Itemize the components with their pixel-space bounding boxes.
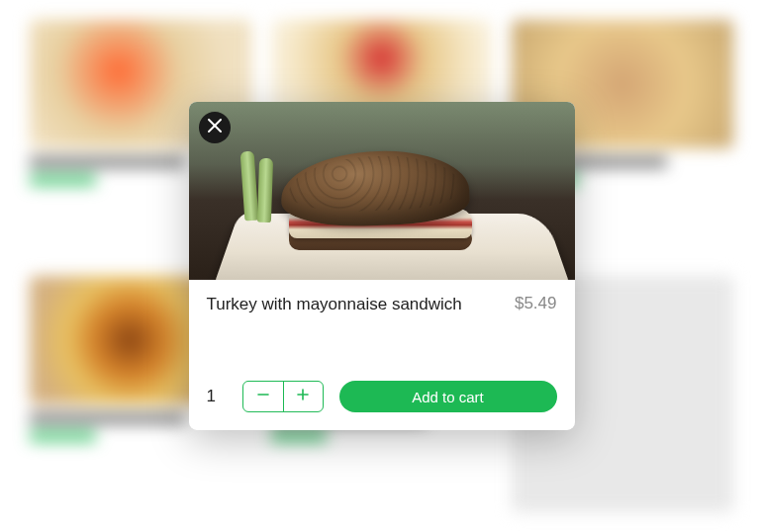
decrement-button[interactable]: [243, 382, 283, 411]
quantity-value: 1: [207, 387, 227, 406]
product-detail-modal: Turkey with mayonnaise sandwich $5.49 1: [189, 102, 575, 430]
product-title: Turkey with mayonnaise sandwich: [207, 294, 462, 315]
plus-icon: [296, 388, 310, 405]
add-to-cart-button[interactable]: Add to cart: [339, 381, 557, 412]
close-button[interactable]: [199, 112, 231, 143]
close-icon: [207, 118, 223, 137]
product-image: [189, 102, 575, 280]
quantity-stepper: [242, 381, 324, 412]
add-to-cart-label: Add to cart: [412, 389, 484, 405]
increment-button[interactable]: [283, 382, 323, 411]
minus-icon: [256, 388, 270, 405]
product-price: $5.49: [515, 294, 557, 313]
